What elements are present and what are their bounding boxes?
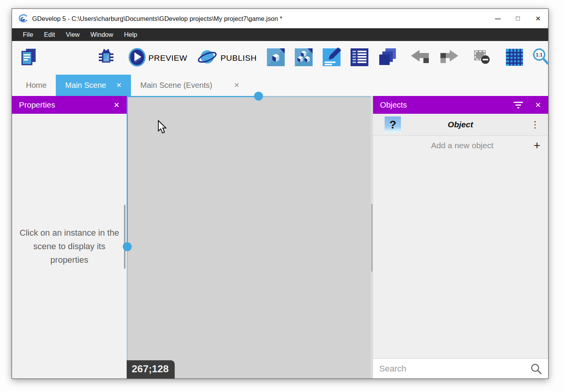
project-manager-icon bbox=[19, 48, 38, 68]
zoom-1-1-icon: 1:1 bbox=[532, 48, 550, 68]
redo-button[interactable] bbox=[437, 48, 461, 68]
menu-edit[interactable]: Edit bbox=[39, 28, 60, 41]
vertical-scroll-track bbox=[127, 247, 128, 378]
tab-main-scene[interactable]: Main Scene ✕ bbox=[56, 75, 131, 96]
toggle-grid-button[interactable] bbox=[503, 46, 526, 70]
horizontal-scroll-track bbox=[127, 96, 258, 97]
play-icon bbox=[128, 47, 146, 68]
window-controls: ─ □ ✕ bbox=[488, 9, 548, 28]
edit-events-button[interactable] bbox=[348, 46, 371, 70]
project-manager-button[interactable] bbox=[17, 46, 40, 70]
publish-globe-icon bbox=[197, 47, 218, 68]
edit-objects-button[interactable] bbox=[265, 46, 287, 70]
objects-panel: Objects ✕ ? Object ⋮ bbox=[373, 96, 548, 378]
properties-body: Click on an instance in the scene to dis… bbox=[12, 114, 127, 378]
preview-label: PREVIEW bbox=[148, 53, 187, 63]
properties-panel-title: Properties bbox=[19, 100, 55, 110]
objects-list-empty-space bbox=[373, 155, 548, 358]
scene-settings-button[interactable] bbox=[561, 46, 564, 70]
add-object-row[interactable]: Add a new object + bbox=[373, 136, 548, 155]
preview-button[interactable]: PREVIEW bbox=[127, 46, 189, 70]
gdevelop-logo-icon bbox=[18, 14, 28, 24]
mouse-cursor-icon bbox=[158, 120, 168, 135]
horizontal-scroll-thumb[interactable] bbox=[254, 92, 263, 101]
edit-layers-button[interactable] bbox=[376, 46, 399, 70]
search-icon[interactable] bbox=[530, 363, 542, 375]
properties-scrollbar[interactable] bbox=[124, 205, 126, 269]
toolbar: PREVIEW PUBLISH bbox=[12, 41, 548, 75]
tab-main-scene-events[interactable]: Main Scene (Events) ✕ bbox=[131, 75, 246, 96]
debug-bug-icon bbox=[96, 48, 116, 68]
object-unknown-type-icon: ? bbox=[385, 116, 401, 133]
zoom-original-button[interactable]: 1:1 bbox=[530, 46, 552, 70]
objects-search-bar bbox=[373, 358, 548, 378]
toggle-mask-button[interactable] bbox=[471, 46, 494, 70]
menu-help[interactable]: Help bbox=[119, 28, 143, 41]
objects-panel-header: Objects ✕ bbox=[373, 96, 548, 114]
publish-button[interactable]: PUBLISH bbox=[196, 46, 258, 70]
maximize-button[interactable]: □ bbox=[508, 9, 528, 28]
scene-canvas[interactable]: 267;128 bbox=[127, 96, 371, 378]
vertical-scroll-thumb[interactable] bbox=[123, 242, 132, 251]
main-area: Properties ✕ Click on an instance in the… bbox=[12, 96, 548, 378]
object-list-item[interactable]: ? Object ⋮ bbox=[373, 114, 548, 136]
add-object-plus-icon[interactable]: + bbox=[533, 140, 540, 151]
tab-close-icon[interactable]: ✕ bbox=[234, 81, 239, 89]
tab-home-label: Home bbox=[26, 81, 46, 90]
grid-icon bbox=[505, 48, 524, 68]
events-sheet-icon bbox=[350, 48, 369, 68]
add-object-label: Add a new object bbox=[391, 141, 533, 150]
object-name: Object bbox=[401, 120, 520, 129]
undo-icon bbox=[409, 49, 430, 67]
menu-file[interactable]: File bbox=[17, 28, 39, 41]
canvas-right-scroll-thumb[interactable] bbox=[371, 204, 373, 272]
svg-text:1:1: 1:1 bbox=[536, 52, 543, 58]
properties-close-icon[interactable]: ✕ bbox=[113, 101, 120, 110]
objects-panel-title: Objects bbox=[380, 100, 407, 110]
edit-scene-properties-button[interactable] bbox=[320, 46, 343, 70]
objects-close-icon[interactable]: ✕ bbox=[535, 101, 541, 110]
object-menu-icon[interactable]: ⋮ bbox=[531, 120, 540, 129]
tab-main-scene-label: Main Scene bbox=[65, 81, 106, 90]
cursor-coordinates-badge: 267;128 bbox=[127, 360, 175, 378]
search-input[interactable] bbox=[379, 364, 530, 374]
properties-panel: Properties ✕ Click on an instance in the… bbox=[12, 96, 127, 378]
layers-icon bbox=[378, 48, 397, 68]
mask-icon bbox=[472, 48, 492, 68]
gdevelop-window: GDevelop 5 - C:\Users\charburg\Documents… bbox=[12, 9, 549, 379]
edit-pencil-icon bbox=[322, 48, 341, 68]
close-button[interactable]: ✕ bbox=[528, 9, 548, 28]
tab-bar: Home Main Scene ✕ Main Scene (Events) ✕ bbox=[12, 75, 548, 96]
tab-close-icon[interactable]: ✕ bbox=[116, 81, 122, 89]
object-groups-icon bbox=[294, 48, 313, 68]
vertical-scroll-track bbox=[127, 96, 128, 247]
horizontal-scroll-track bbox=[258, 96, 371, 97]
title-bar: GDevelop 5 - C:\Users\charburg\Documents… bbox=[12, 9, 548, 28]
menu-window[interactable]: Window bbox=[85, 28, 119, 41]
tab-main-scene-events-label: Main Scene (Events) bbox=[140, 81, 212, 90]
window-title: GDevelop 5 - C:\Users\charburg\Documents… bbox=[32, 15, 282, 22]
redo-icon bbox=[439, 49, 460, 67]
menu-view[interactable]: View bbox=[60, 28, 85, 41]
properties-panel-header: Properties ✕ bbox=[12, 96, 127, 114]
edit-object-groups-button[interactable] bbox=[292, 46, 315, 70]
objects-cube-icon bbox=[266, 48, 285, 68]
publish-label: PUBLISH bbox=[220, 53, 256, 63]
debugger-button[interactable] bbox=[95, 46, 117, 70]
menu-bar: File Edit View Window Help bbox=[12, 28, 548, 41]
minimize-button[interactable]: ─ bbox=[488, 9, 508, 28]
desktop: GDevelop 5 - C:\Users\charburg\Documents… bbox=[0, 0, 564, 392]
properties-empty-message: Click on an instance in the scene to dis… bbox=[12, 226, 127, 267]
canvas-right-scrollbar[interactable] bbox=[371, 96, 373, 378]
undo-button[interactable] bbox=[408, 48, 432, 68]
tab-home[interactable]: Home bbox=[17, 75, 56, 96]
filter-icon[interactable] bbox=[513, 101, 523, 109]
